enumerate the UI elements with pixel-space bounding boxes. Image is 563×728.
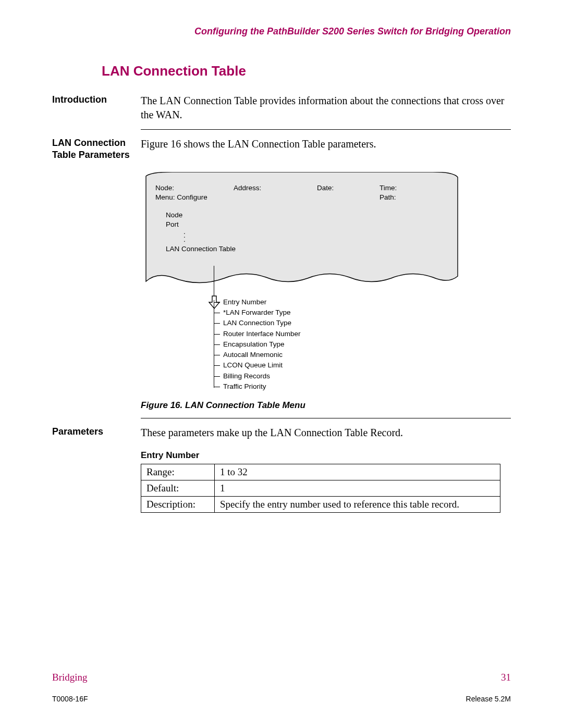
footer-page-number: 31 <box>501 672 511 683</box>
figure-caption: Figure 16. LAN Connection Table Menu <box>141 400 511 411</box>
sub-item: LCON Queue Limit <box>214 360 459 371</box>
cell-desc-val: Specify the entry number used to referen… <box>215 497 500 513</box>
menu-time-label: Time: <box>380 183 421 193</box>
divider <box>141 129 511 130</box>
text-introduction: The LAN Connection Table provides inform… <box>141 94 511 122</box>
menu-date-label: Date: <box>317 183 380 193</box>
cell-range-val: 1 to 32 <box>215 464 500 480</box>
subparameter-list: Entry Number *LAN Forwarder Type LAN Con… <box>214 297 459 392</box>
label-lan-conn-params: LAN Connection Table Parameters <box>52 137 141 162</box>
tree-node: Node <box>166 211 448 220</box>
cell-desc-key: Description: <box>141 497 215 513</box>
menu-node-label: Node: <box>155 183 234 193</box>
cell-range-key: Range: <box>141 464 215 480</box>
cell-default-key: Default: <box>141 480 215 497</box>
footer-section: Bridging <box>52 672 88 683</box>
figure-16-diagram: Node: Address: Date: Time: Menu: Configu… <box>141 172 459 392</box>
sub-item: LAN Connection Type <box>214 318 459 328</box>
tree-lan-connection-table: LAN Connection Table <box>166 244 448 254</box>
footer-doc-id: T0008-16F <box>52 695 88 703</box>
menu-configure-label: Menu: Configure <box>155 193 234 202</box>
label-introduction: Introduction <box>52 94 141 106</box>
sub-item: Billing Records <box>214 371 459 381</box>
tree-dots: ... <box>183 230 448 241</box>
text-parameters: These parameters make up the LAN Connect… <box>141 426 511 440</box>
footer-release: Release 5.2M <box>466 695 511 703</box>
cell-default-val: 1 <box>215 480 500 497</box>
section-title: LAN Connection Table <box>102 63 511 79</box>
text-lan-conn-params: Figure 16 shows the LAN Connection Table… <box>141 137 511 151</box>
sub-item: *LAN Forwarder Type <box>214 307 459 318</box>
sub-item: Router Interface Number <box>214 329 459 339</box>
sub-item: Entry Number <box>214 297 459 307</box>
running-head: Configuring the PathBuilder S200 Series … <box>52 26 511 37</box>
sub-item: Traffic Priority <box>214 381 459 392</box>
sub-item: Autocall Mnemonic <box>214 350 459 360</box>
sub-item: Encapsulation Type <box>214 339 459 350</box>
tree-port: Port <box>166 220 448 229</box>
menu-address-label: Address: <box>234 183 317 193</box>
menu-path-label: Path: <box>380 193 396 202</box>
divider <box>141 418 511 418</box>
label-parameters: Parameters <box>52 426 141 438</box>
param-entry-number-title: Entry Number <box>141 450 511 461</box>
entry-number-table: Range: 1 to 32 Default: 1 Description: S… <box>141 464 500 513</box>
